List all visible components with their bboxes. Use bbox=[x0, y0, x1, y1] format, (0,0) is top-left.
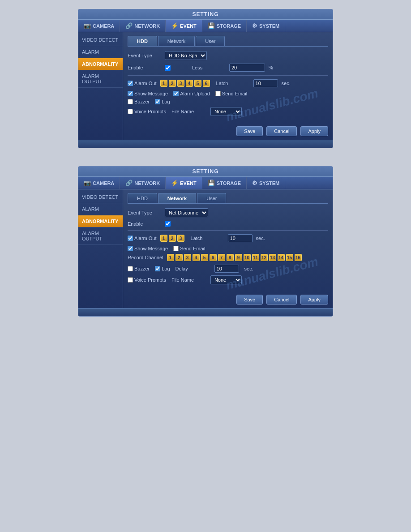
rec-ch-4[interactable]: 4 bbox=[193, 254, 200, 261]
sidebar-video-detect[interactable]: VIDEO DETECT bbox=[78, 34, 123, 46]
rec-ch-3[interactable]: 3 bbox=[184, 254, 191, 261]
alarm-out-check[interactable]: Alarm Out bbox=[128, 81, 157, 86]
latch-input[interactable] bbox=[253, 79, 278, 87]
panel1-sidebar: VIDEO DETECT ALARM ABNORMALITY ALARM OUT… bbox=[78, 32, 123, 140]
enable-checkbox[interactable] bbox=[165, 65, 171, 71]
save-button2[interactable]: Save bbox=[236, 295, 263, 305]
file-name-select2[interactable]: None bbox=[210, 275, 242, 284]
log-check[interactable]: Log bbox=[155, 99, 170, 104]
channel-4[interactable]: 4 bbox=[186, 80, 193, 87]
rec-ch-15[interactable]: 15 bbox=[286, 254, 293, 261]
apply-button[interactable]: Apply bbox=[300, 126, 328, 136]
sidebar2-alarm[interactable]: ALARM bbox=[78, 203, 123, 215]
msg-upload-email-row: Show Message Alarm Upload Send Email bbox=[128, 91, 328, 96]
rec-ch-5[interactable]: 5 bbox=[201, 254, 208, 261]
voice-prompts-label2: Voice Prompts bbox=[134, 277, 166, 283]
buzzer-check[interactable]: Buzzer bbox=[128, 99, 150, 104]
event-type-select2[interactable]: Net Disconne bbox=[165, 208, 208, 217]
alarm-upload-check[interactable]: Alarm Upload bbox=[173, 91, 210, 96]
rec-ch-1[interactable]: 1 bbox=[167, 254, 174, 261]
channel-3[interactable]: 3 bbox=[177, 80, 184, 87]
rec-ch-7[interactable]: 7 bbox=[218, 254, 225, 261]
sidebar-alarm[interactable]: ALARM bbox=[78, 46, 123, 58]
cancel-button2[interactable]: Cancel bbox=[266, 295, 297, 305]
nav2-network[interactable]: 🔗 NETWORK bbox=[120, 177, 166, 189]
panel1-footer bbox=[78, 140, 333, 148]
rec-ch-12[interactable]: 12 bbox=[261, 254, 268, 261]
rec-ch-13[interactable]: 13 bbox=[269, 254, 276, 261]
record-channel-label: Record Channel bbox=[128, 255, 163, 260]
channel2-1[interactable]: 1 bbox=[160, 235, 167, 242]
delay-input[interactable] bbox=[214, 265, 239, 273]
channel2-3[interactable]: 3 bbox=[177, 235, 184, 242]
nav-storage[interactable]: 💾 STORAGE bbox=[202, 20, 247, 32]
sidebar-abnormality[interactable]: ABNORMALITY bbox=[78, 58, 123, 70]
nav2-camera[interactable]: 📷 CAMERA bbox=[78, 177, 120, 189]
nav-event[interactable]: ⚡ EVENT bbox=[166, 20, 202, 32]
delay-label: Delay bbox=[176, 266, 209, 271]
nav2-system[interactable]: ⚙ SYSTEM bbox=[247, 177, 285, 189]
voice-file-row: Voice Prompts File Name None bbox=[128, 107, 328, 116]
apply-button2[interactable]: Apply bbox=[300, 295, 328, 305]
event-type-label: Event Type bbox=[128, 53, 161, 58]
event-type-select[interactable]: HDD No Spa bbox=[165, 51, 207, 60]
nav-system[interactable]: ⚙ SYSTEM bbox=[247, 20, 285, 32]
voice-prompts-check2[interactable]: Voice Prompts bbox=[128, 277, 166, 283]
subtab2-network[interactable]: Network bbox=[158, 193, 196, 203]
nav-network[interactable]: 🔗 NETWORK bbox=[120, 20, 166, 32]
send-email-check[interactable]: Send Email bbox=[215, 91, 247, 96]
panel2-sidebar: VIDEO DETECT ALARM ABNORMALITY ALARM OUT… bbox=[78, 189, 123, 308]
log-label2: Log bbox=[162, 266, 170, 271]
rec-ch-14[interactable]: 14 bbox=[278, 254, 285, 261]
cancel-button[interactable]: Cancel bbox=[266, 126, 297, 136]
nav2-storage[interactable]: 💾 STORAGE bbox=[202, 177, 247, 189]
less-value-input[interactable] bbox=[229, 64, 265, 72]
subtab-network[interactable]: Network bbox=[158, 36, 195, 46]
sidebar-alarm-output[interactable]: ALARM OUTPUT bbox=[78, 70, 123, 88]
nav-camera[interactable]: 📷 CAMERA bbox=[78, 20, 120, 32]
subtab-hdd[interactable]: HDD bbox=[128, 36, 157, 46]
rec-ch-6[interactable]: 6 bbox=[210, 254, 217, 261]
rec-ch-9[interactable]: 9 bbox=[235, 254, 242, 261]
file-name-select[interactable]: None bbox=[210, 107, 242, 116]
system-icon: ⚙ bbox=[252, 22, 257, 29]
latch-unit: sec. bbox=[282, 81, 291, 86]
channel-6[interactable]: 6 bbox=[203, 80, 210, 87]
panel2-top-nav: 📷 CAMERA 🔗 NETWORK ⚡ EVENT 💾 STORAGE ⚙ bbox=[78, 177, 333, 189]
save-button[interactable]: Save bbox=[236, 126, 263, 136]
alarm-channels: 1 2 3 4 5 6 bbox=[160, 80, 210, 87]
rec-ch-11[interactable]: 11 bbox=[252, 254, 259, 261]
channel-1[interactable]: 1 bbox=[160, 80, 167, 87]
log-label: Log bbox=[162, 99, 170, 104]
rec-ch-16[interactable]: 16 bbox=[295, 254, 302, 261]
delay-unit: sec. bbox=[244, 266, 253, 271]
sidebar2-alarm-output[interactable]: ALARM OUTPUT bbox=[78, 227, 123, 245]
nav2-event[interactable]: ⚡ EVENT bbox=[166, 177, 202, 189]
enable-label2: Enable bbox=[128, 221, 161, 227]
rec-ch-2[interactable]: 2 bbox=[176, 254, 183, 261]
send-email-check2[interactable]: Send Email bbox=[173, 246, 205, 251]
channel-2[interactable]: 2 bbox=[169, 80, 176, 87]
channel2-2[interactable]: 2 bbox=[169, 235, 176, 242]
event-type-row: Event Type HDD No Spa bbox=[128, 51, 328, 60]
show-message-check[interactable]: Show Message bbox=[128, 91, 168, 96]
alarm-out-row: Alarm Out 1 2 3 4 5 6 Latch sec. bbox=[128, 79, 328, 87]
sidebar2-abnormality[interactable]: ABNORMALITY bbox=[78, 215, 123, 227]
latch-input2[interactable] bbox=[228, 234, 253, 242]
show-message-check2[interactable]: Show Message bbox=[128, 246, 168, 251]
buzzer-check2[interactable]: Buzzer bbox=[128, 266, 150, 271]
enable-checkbox2[interactable] bbox=[165, 221, 171, 227]
sidebar2-video-detect[interactable]: VIDEO DETECT bbox=[78, 191, 123, 203]
log-check2[interactable]: Log bbox=[155, 266, 170, 271]
alarm-out-check2[interactable]: Alarm Out bbox=[128, 236, 157, 241]
voice-prompts-check[interactable]: Voice Prompts bbox=[128, 109, 166, 114]
subtab2-user[interactable]: User bbox=[197, 193, 226, 203]
panel1-buttons: Save Cancel Apply bbox=[128, 123, 328, 136]
rec-ch-10[interactable]: 10 bbox=[244, 254, 251, 261]
subtab-user[interactable]: User bbox=[196, 36, 225, 46]
subtab2-hdd[interactable]: HDD bbox=[128, 193, 157, 203]
channel-5[interactable]: 5 bbox=[194, 80, 201, 87]
rec-ch-8[interactable]: 8 bbox=[227, 254, 234, 261]
send-email-label: Send Email bbox=[222, 91, 247, 96]
event2-icon: ⚡ bbox=[171, 180, 178, 186]
